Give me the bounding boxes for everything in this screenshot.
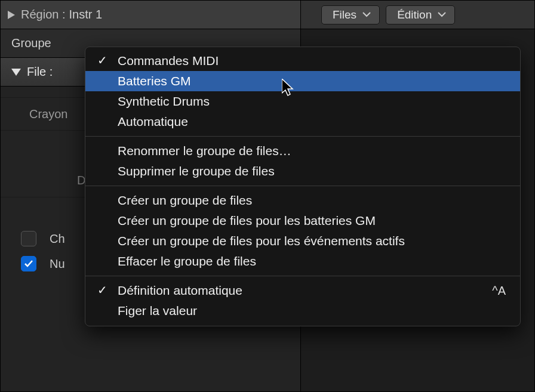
menu-item-creer-groupe-actifs[interactable]: Créer un groupe de files pour les événem…: [85, 231, 520, 251]
edition-menu-label: Édition: [397, 8, 432, 21]
group-label: Groupe: [11, 36, 51, 50]
chevron-down-icon: [438, 12, 446, 17]
menu-item-figer-valeur[interactable]: Figer la valeur: [85, 301, 520, 321]
chevron-down-icon: [362, 12, 371, 17]
menu-item-definition-auto[interactable]: ✓ Définition automatique ^A: [85, 280, 520, 301]
menu-item-label: Synthetic Drums: [118, 94, 210, 109]
files-dropdown-menu: ✓ Commandes MIDI Batteries GM Synthetic …: [85, 47, 521, 326]
menu-item-label: Automatique: [118, 115, 188, 129]
menu-item-label: Supprimer le groupe de files: [118, 164, 275, 178]
edition-menu-button[interactable]: Édition: [386, 5, 455, 24]
menu-shortcut: ^A: [492, 284, 506, 298]
menu-item-label: Créer un groupe de files pour les événem…: [118, 234, 405, 248]
menu-item-label: Définition automatique: [118, 283, 242, 298]
menu-item-label: Créer un groupe de files: [118, 193, 252, 208]
menu-item-automatique[interactable]: Automatique: [85, 112, 520, 132]
check-icon: ✓: [97, 283, 107, 297]
menu-separator: [85, 276, 520, 276]
menu-item-creer-groupe[interactable]: Créer un groupe de files: [85, 190, 520, 211]
check-icon: ✓: [97, 53, 107, 67]
menu-item-label: Créer un groupe de files pour les batter…: [118, 214, 376, 228]
menu-item-label: Commandes MIDI: [118, 54, 219, 68]
menu-item-effacer-groupe[interactable]: Effacer le groupe de files: [85, 251, 520, 271]
disclosure-down-icon[interactable]: [11, 69, 21, 76]
menu-item-label: Figer la valeur: [118, 304, 197, 318]
editor-toolbar: Files Édition: [301, 1, 534, 29]
menu-item-renommer-groupe[interactable]: Renommer le groupe de files…: [85, 141, 520, 161]
check-label: Ch: [50, 232, 65, 246]
menu-item-synthetic-drums[interactable]: Synthetic Drums: [85, 91, 520, 112]
menu-separator: [85, 136, 520, 137]
menu-item-label: Renommer le groupe de files…: [118, 144, 291, 158]
menu-item-supprimer-groupe[interactable]: Supprimer le groupe de files: [85, 161, 520, 181]
region-label: Région :: [21, 8, 66, 21]
menu-item-creer-groupe-gm[interactable]: Créer un groupe de files pour les batter…: [85, 211, 520, 231]
files-menu-label: Files: [333, 8, 356, 21]
region-value: Instr 1: [69, 8, 103, 21]
check-label: Nu: [50, 257, 65, 271]
region-header[interactable]: Région : Instr 1: [1, 1, 300, 29]
menu-item-label: Effacer le groupe de files: [118, 254, 256, 268]
menu-item-label: Batteries GM: [118, 74, 191, 88]
menu-item-commandes-midi[interactable]: ✓ Commandes MIDI: [85, 51, 520, 71]
menu-item-batteries-gm[interactable]: Batteries GM: [85, 71, 520, 91]
menu-separator: [85, 186, 520, 186]
disclosure-right-icon[interactable]: [8, 11, 15, 19]
checkbox-checked[interactable]: [21, 256, 36, 271]
files-menu-button[interactable]: Files: [321, 5, 380, 24]
param-label: Crayon: [29, 107, 67, 121]
svg-marker-0: [8, 11, 15, 19]
checkbox-unchecked[interactable]: [21, 231, 36, 246]
svg-marker-1: [11, 69, 21, 76]
file-label: File :: [27, 65, 53, 79]
